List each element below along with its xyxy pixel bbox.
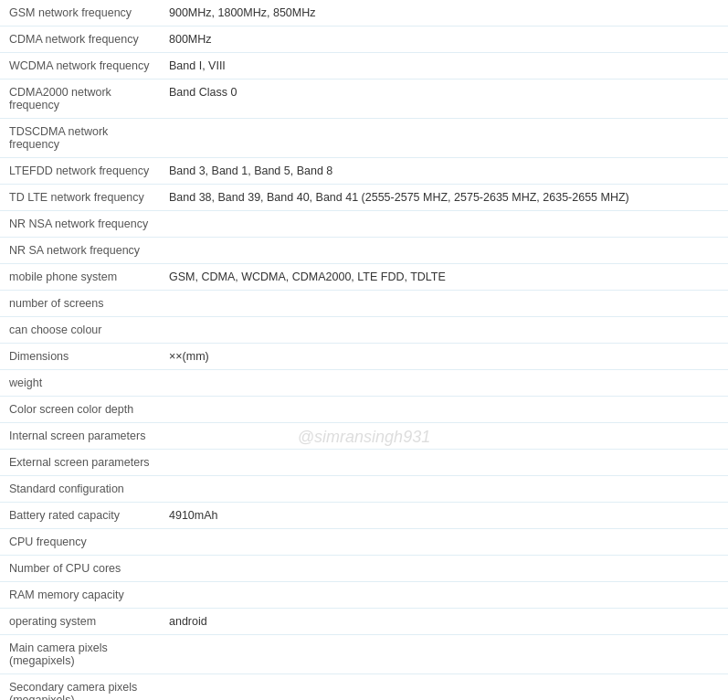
spec-value [160, 423, 728, 450]
spec-label: CDMA2000 network frequency [0, 80, 160, 119]
spec-label: WCDMA network frequency [0, 53, 160, 80]
spec-label: TD LTE network frequency [0, 185, 160, 211]
spec-value [160, 635, 728, 674]
spec-label: Battery rated capacity [0, 503, 160, 529]
spec-label: Secondary camera pixels (megapixels) [0, 674, 160, 701]
table-row: TDSCDMA network frequency [0, 119, 728, 158]
spec-label: Internal screen parameters [0, 423, 160, 450]
table-row: LTEFDD network frequencyBand 3, Band 1, … [0, 158, 728, 185]
spec-value: Band I, VIII [160, 53, 728, 80]
spec-value [160, 211, 728, 238]
spec-label: can choose colour [0, 317, 160, 344]
table-row: CDMA2000 network frequencyBand Class 0 [0, 80, 728, 119]
spec-label: External screen parameters [0, 450, 160, 476]
table-row: Color screen color depth [0, 397, 728, 423]
spec-value [160, 674, 728, 701]
spec-value: 900MHz, 1800MHz, 850MHz [160, 0, 728, 27]
spec-value [160, 370, 728, 397]
spec-label: Color screen color depth [0, 397, 160, 423]
spec-value [160, 476, 728, 503]
specs-table: GSM network frequency900MHz, 1800MHz, 85… [0, 0, 728, 700]
table-row: weight [0, 370, 728, 397]
spec-label: operating system [0, 609, 160, 635]
spec-value [160, 450, 728, 476]
table-row: operating systemandroid [0, 609, 728, 635]
spec-value: Band Class 0 [160, 80, 728, 119]
table-row: number of screens [0, 291, 728, 317]
spec-label: Main camera pixels (megapixels) [0, 635, 160, 674]
spec-label: CPU frequency [0, 529, 160, 556]
spec-label: Number of CPU cores [0, 556, 160, 582]
spec-value [160, 582, 728, 609]
spec-label: Dimensions [0, 344, 160, 370]
table-row: Battery rated capacity4910mAh [0, 503, 728, 529]
table-row: NR SA network frequency [0, 238, 728, 264]
table-row: CDMA network frequency800MHz [0, 27, 728, 53]
spec-label: NR SA network frequency [0, 238, 160, 264]
spec-value [160, 317, 728, 344]
table-row: Standard configuration [0, 476, 728, 503]
table-row: can choose colour [0, 317, 728, 344]
table-row: GSM network frequency900MHz, 1800MHz, 85… [0, 0, 728, 27]
spec-value: 800MHz [160, 27, 728, 53]
spec-value [160, 291, 728, 317]
spec-label: CDMA network frequency [0, 27, 160, 53]
spec-value [160, 397, 728, 423]
specs-container: @simransingh931 GSM network frequency900… [0, 0, 728, 700]
table-row: CPU frequency [0, 529, 728, 556]
spec-label: LTEFDD network frequency [0, 158, 160, 185]
spec-label: RAM memory capacity [0, 582, 160, 609]
spec-value [160, 529, 728, 556]
spec-value: Band 3, Band 1, Band 5, Band 8 [160, 158, 728, 185]
table-row: Number of CPU cores [0, 556, 728, 582]
spec-value: GSM, CDMA, WCDMA, CDMA2000, LTE FDD, TDL… [160, 264, 728, 291]
spec-label: number of screens [0, 291, 160, 317]
table-row: WCDMA network frequencyBand I, VIII [0, 53, 728, 80]
spec-value: android [160, 609, 728, 635]
table-row: Dimensions××(mm) [0, 344, 728, 370]
table-row: Secondary camera pixels (megapixels) [0, 674, 728, 701]
spec-label: weight [0, 370, 160, 397]
spec-label: NR NSA network frequency [0, 211, 160, 238]
spec-label: mobile phone system [0, 264, 160, 291]
spec-value: 4910mAh [160, 503, 728, 529]
table-row: Internal screen parameters [0, 423, 728, 450]
table-row: mobile phone systemGSM, CDMA, WCDMA, CDM… [0, 264, 728, 291]
table-row: Main camera pixels (megapixels) [0, 635, 728, 674]
spec-value: ××(mm) [160, 344, 728, 370]
spec-label: Standard configuration [0, 476, 160, 503]
table-row: NR NSA network frequency [0, 211, 728, 238]
table-row: RAM memory capacity [0, 582, 728, 609]
table-row: External screen parameters [0, 450, 728, 476]
spec-value: Band 38, Band 39, Band 40, Band 41 (2555… [160, 185, 728, 211]
spec-label: TDSCDMA network frequency [0, 119, 160, 158]
spec-value [160, 556, 728, 582]
spec-value [160, 238, 728, 264]
spec-value [160, 119, 728, 158]
spec-label: GSM network frequency [0, 0, 160, 27]
table-row: TD LTE network frequencyBand 38, Band 39… [0, 185, 728, 211]
